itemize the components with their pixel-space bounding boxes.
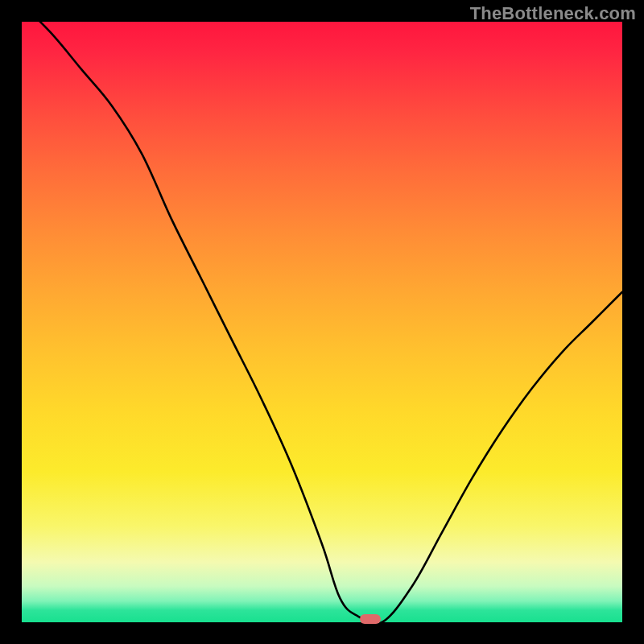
- bottleneck-curve: [22, 22, 622, 622]
- optimum-marker: [360, 614, 381, 624]
- chart-stage: TheBottleneck.com: [0, 0, 644, 644]
- curve-svg: [22, 22, 622, 622]
- plot-area: [22, 22, 622, 622]
